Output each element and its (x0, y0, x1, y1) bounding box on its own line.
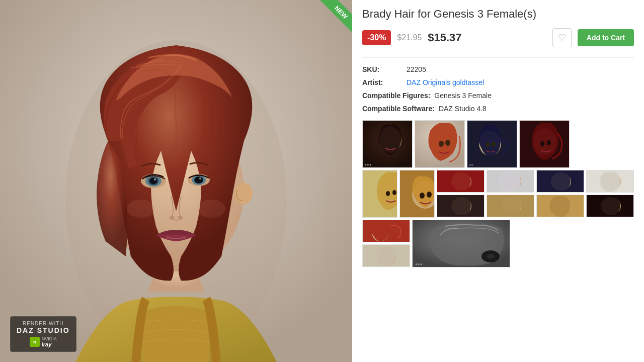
thumbnail-item-large[interactable]: ●●● (412, 220, 510, 267)
svg-point-65 (487, 254, 495, 259)
artist-row: Artist: DAZ Originals goldtassel (362, 78, 634, 86)
thumbnail-item[interactable] (437, 195, 485, 217)
original-price: $21.95 (397, 33, 422, 42)
svg-text:●●: ●● (469, 163, 473, 166)
compatible-figures-value: Genesis 3 Female (434, 92, 492, 100)
svg-point-34 (547, 140, 551, 145)
thumbnail-item[interactable] (362, 220, 410, 242)
svg-point-14 (127, 200, 155, 218)
nvidia-icon: N (30, 337, 40, 347)
compatible-figures-row: Compatible Figures: Genesis 3 Female (362, 92, 634, 100)
thumbnail-item[interactable] (586, 170, 634, 193)
add-to-cart-button[interactable]: Add to Cart (578, 29, 634, 46)
thumbnail-item[interactable] (586, 195, 634, 217)
daz-studio-name: DAZ STUDIO (17, 326, 70, 334)
artist-link-1[interactable]: DAZ Originals (407, 78, 450, 86)
svg-point-37 (386, 191, 390, 196)
svg-text:●●●: ●●● (415, 262, 423, 266)
svg-point-42 (427, 192, 432, 198)
svg-point-19 (385, 139, 389, 144)
svg-point-16 (234, 183, 253, 205)
svg-point-11 (199, 177, 201, 179)
compatible-software-label: Compatible Software: (362, 105, 435, 113)
price-row: -30% $21.95 $15.37 ♡ Add to Cart (362, 28, 634, 47)
thumbnail-item[interactable] (399, 170, 435, 218)
artist-link-2[interactable]: goldtassel (452, 78, 484, 86)
product-title: Brady Hair for Genesis 3 Female(s) (362, 8, 634, 21)
thumbnail-item[interactable] (536, 170, 584, 193)
iray-label: Iray (42, 341, 57, 347)
svg-point-28 (486, 142, 490, 147)
thumbnail-item[interactable] (519, 120, 570, 168)
thumbnail-item[interactable]: ●● (467, 120, 517, 168)
svg-point-12 (169, 216, 175, 220)
svg-point-10 (194, 176, 203, 184)
svg-point-41 (420, 193, 425, 199)
daz-watermark: RENDER WITH DAZ STUDIO N NVIDIA Iray (10, 316, 76, 352)
thumbnail-item[interactable] (536, 195, 584, 217)
compatible-software-value: DAZ Studio 4.8 (439, 105, 487, 113)
artist-label: Artist: (362, 78, 403, 86)
daz-render-with: RENDER WITH (23, 321, 64, 326)
sku-label: SKU: (362, 65, 403, 73)
thumbnail-item[interactable] (487, 170, 534, 193)
product-panel: Brady Hair for Genesis 3 Female(s) -30% … (352, 0, 644, 362)
compatible-software-row: Compatible Software: DAZ Studio 4.8 (362, 105, 634, 113)
sku-row: SKU: 22205 (362, 65, 634, 73)
product-info: SKU: 22205 Artist: DAZ Originals goldtas… (362, 57, 634, 113)
svg-point-20 (392, 139, 396, 144)
thumbnail-item[interactable] (487, 195, 534, 217)
svg-point-6 (150, 178, 157, 184)
svg-point-15 (197, 200, 225, 218)
nvidia-label: NVIDIA (42, 336, 57, 341)
product-image-panel: NEW RENDER WITH DAZ STUDIO N NVIDIA Iray (0, 0, 352, 362)
heart-icon: ♡ (558, 32, 566, 43)
svg-point-13 (177, 216, 183, 220)
svg-point-25 (445, 140, 450, 146)
thumbnail-item[interactable] (362, 170, 397, 218)
thumbnail-item[interactable] (437, 170, 485, 193)
compatible-figures-label: Compatible Figures: (362, 92, 430, 100)
svg-point-7 (154, 178, 156, 180)
thumbnail-item[interactable]: ●●● (362, 120, 413, 168)
thumbnail-item[interactable] (415, 120, 465, 168)
sale-price: $15.37 (428, 31, 461, 44)
svg-point-38 (392, 190, 396, 195)
svg-point-33 (540, 141, 544, 146)
artist-value: DAZ Originals goldtassel (407, 78, 484, 86)
wishlist-button[interactable]: ♡ (552, 28, 572, 47)
svg-text:●●●: ●●● (364, 162, 372, 167)
thumbnail-section: ●●● (362, 120, 634, 267)
svg-point-29 (492, 142, 496, 147)
new-badge: NEW (307, 0, 352, 45)
svg-point-24 (439, 141, 444, 147)
discount-badge: -30% (362, 30, 391, 45)
sku-value: 22205 (407, 65, 426, 73)
thumbnail-item[interactable] (362, 244, 410, 267)
